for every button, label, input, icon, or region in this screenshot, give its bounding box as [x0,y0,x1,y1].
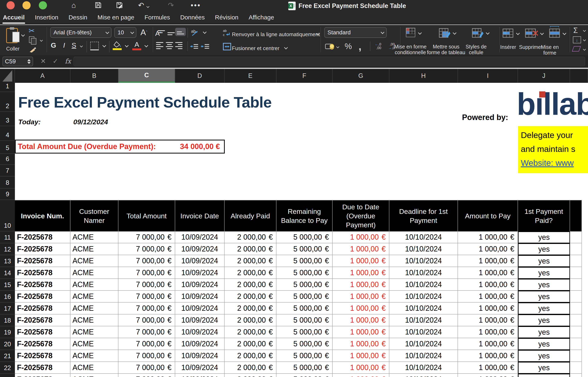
cell-H11[interactable]: 10/10/2024 [389,231,458,243]
cell-H22[interactable]: 10/10/2024 [389,362,458,374]
orientation-icon[interactable]: ab [191,28,200,36]
align-middle-button[interactable] [166,29,177,37]
cell-I23[interactable]: 1 000,00€ [458,374,518,377]
cell-J19[interactable]: yes [518,326,570,338]
cell-C17[interactable]: 7 000,00€ [118,303,175,314]
cell-I22[interactable]: 1 000,00€ [458,362,518,374]
cell-A22[interactable]: F-2025678 [15,362,70,374]
confirm-formula-icon[interactable]: ✓ [53,57,58,65]
cell-E18[interactable]: 2 000,00€ [225,314,277,326]
cell-C13[interactable]: 7 000,00€ [118,255,175,267]
row-header-18[interactable]: 18 [0,314,15,326]
cell-D16[interactable]: 10/09/2024 [175,291,225,303]
cell-E20[interactable]: 2 000,00€ [225,338,277,350]
cell-B19[interactable]: ACME [70,326,118,338]
format-as-table-icon[interactable] [439,28,451,38]
merge-center-chevron[interactable] [284,46,288,49]
accounting-format-icon[interactable] [325,43,334,50]
cell-E22[interactable]: 2 000,00€ [225,362,277,374]
accounting-menu-chevron[interactable] [336,45,339,48]
cell-G22[interactable]: 1 000,00€ [333,362,389,374]
align-bottom-button[interactable] [175,28,186,36]
cell-I16[interactable]: 1 000,00€ [458,291,518,303]
cell-J16[interactable]: yes [518,291,570,303]
cell-I17[interactable]: 1 000,00€ [458,303,518,314]
conditional-formatting-icon[interactable] [406,28,415,37]
ribbon-tab-mise-en-page[interactable]: Mise en page [98,14,134,22]
column-header-I[interactable]: I [458,69,518,83]
column-header-k-partial[interactable] [570,69,588,83]
row-header-20[interactable]: 20 [0,338,15,350]
cell-K15[interactable] [570,279,582,291]
save-as-icon[interactable] [116,1,123,11]
column-header-D[interactable]: D [175,69,225,83]
delete-cells-icon[interactable] [525,29,539,38]
cell-F23[interactable]: 5 000,00€ [277,374,333,377]
cell-G21[interactable]: 1 000,00€ [333,350,389,362]
increase-indent-icon[interactable] [201,43,210,50]
cell-B20[interactable]: ACME [70,338,118,350]
fill-down-icon[interactable]: ↓ [573,36,581,43]
cell-C19[interactable]: 7 000,00€ [118,326,175,338]
cell-F18[interactable]: 5 000,00€ [277,314,333,326]
cell-I21[interactable]: 1 000,00€ [458,350,518,362]
column-header-E[interactable]: E [225,69,277,83]
cell-G16[interactable]: 1 000,00€ [333,291,389,303]
cell-G20[interactable]: 1 000,00€ [333,338,389,350]
cell-D15[interactable]: 10/09/2024 [175,279,225,291]
merge-center-label[interactable]: Fusionner et centrer [232,45,279,51]
table-header-10[interactable]: 1st Payment Paid? [518,200,570,231]
cell-B16[interactable]: ACME [70,291,118,303]
ribbon-tab-insertion[interactable]: Insertion [35,14,58,22]
cell-K18[interactable] [570,314,582,326]
billabex-logo[interactable]: bıllab [517,89,588,121]
cell-B15[interactable]: ACME [70,279,118,291]
row-header-17[interactable]: 17 [0,303,15,314]
row-header-8[interactable]: 8 [0,177,15,188]
ribbon-tab-affichage[interactable]: Affichage [249,14,274,22]
formula-input[interactable] [74,57,585,66]
row-header-16[interactable]: 16 [0,291,15,303]
cell-G17[interactable]: 1 000,00€ [333,303,389,314]
cell-E23[interactable]: 2 000,00€ [225,374,277,377]
cell-F20[interactable]: 5 000,00€ [277,338,333,350]
format-cells-label[interactable]: Mise enforme [537,44,563,56]
fill-menu-chevron[interactable] [583,38,586,41]
column-header-J[interactable]: J [518,69,570,83]
cell-I14[interactable]: 1 000,00€ [458,267,518,279]
row-header-15[interactable]: 15 [0,279,15,291]
cell-H18[interactable]: 10/10/2024 [389,314,458,326]
name-box-spinner[interactable] [27,59,31,64]
cell-K19[interactable] [570,326,582,338]
cell-G15[interactable]: 1 000,00€ [333,279,389,291]
cell-G11[interactable]: 1 000,00€ [333,231,389,243]
cell-D22[interactable]: 10/09/2024 [175,362,225,374]
conditional-formatting-chevron[interactable] [418,31,422,35]
underline-button[interactable]: S [69,41,78,49]
decrease-indent-icon[interactable] [190,43,199,50]
cell-J14[interactable]: yes [518,267,570,279]
row-header-11[interactable]: 11 [0,231,15,243]
increase-font-icon[interactable]: Aˆ [141,28,147,37]
cell-D14[interactable]: 10/09/2024 [175,267,225,279]
cell-D21[interactable]: 10/09/2024 [175,350,225,362]
align-left-button[interactable] [156,42,163,49]
cell-B11[interactable]: ACME [70,231,118,243]
cell-J12[interactable]: yes [518,243,570,255]
cell-I11[interactable]: 1 000,00€ [458,231,518,243]
insert-menu-chevron[interactable] [516,31,520,35]
cell-E14[interactable]: 2 000,00€ [225,267,277,279]
column-header-A[interactable]: A [15,69,70,83]
cell-C23[interactable]: 7 000,00€ [118,374,175,377]
cell-J21[interactable]: yes [518,350,570,362]
font-color-menu-chevron[interactable] [144,44,148,47]
table-header-6[interactable]: Remaining Balance to Pay [277,200,333,231]
orientation-menu-chevron[interactable] [203,30,206,34]
cell-C15[interactable]: 7 000,00€ [118,279,175,291]
number-format-select[interactable]: Standard [324,27,387,38]
cell-F17[interactable]: 5 000,00€ [277,303,333,314]
italic-button[interactable]: I [60,41,69,49]
cell-B23[interactable]: ACME [70,374,118,377]
format-cells-icon[interactable] [549,29,560,38]
cell-C21[interactable]: 7 000,00€ [118,350,175,362]
